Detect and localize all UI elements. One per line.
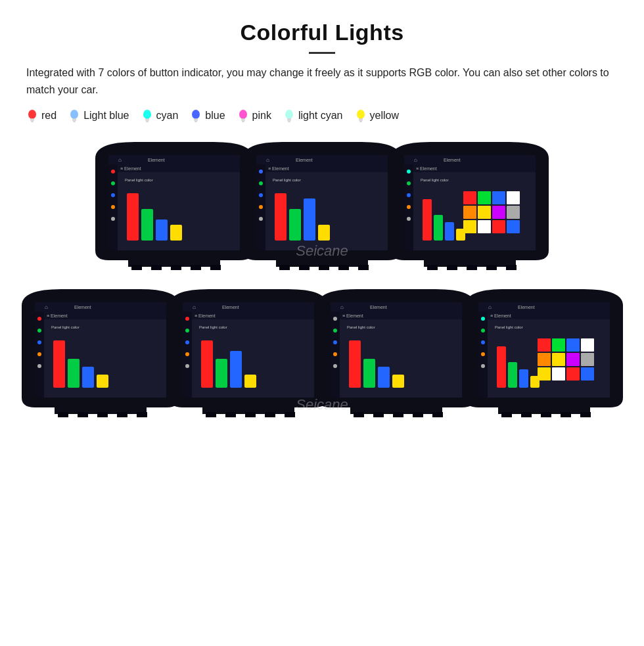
svg-point-73 [407, 181, 411, 185]
svg-point-108 [37, 329, 41, 333]
bulb-icon [355, 108, 367, 123]
svg-point-76 [407, 217, 411, 221]
svg-rect-170 [432, 412, 443, 417]
svg-rect-123 [117, 412, 127, 417]
color-label: yellow [370, 110, 399, 122]
svg-text:Element: Element [370, 305, 387, 310]
svg-rect-99 [467, 265, 477, 270]
svg-point-53 [259, 217, 263, 221]
svg-point-180 [481, 364, 485, 368]
svg-point-107 [37, 317, 41, 321]
svg-point-155 [333, 340, 337, 344]
svg-rect-82 [478, 191, 491, 204]
page-container: Colorful Lights Integrated with 7 colors… [0, 0, 644, 453]
color-item: blue [190, 108, 225, 123]
svg-point-111 [37, 364, 41, 368]
svg-point-12 [239, 110, 247, 119]
svg-rect-38 [170, 225, 182, 241]
svg-rect-84 [507, 191, 520, 204]
svg-rect-8 [146, 121, 149, 122]
color-list: red Light blue cyan blue pink light cyan… [26, 108, 618, 123]
svg-rect-121 [78, 412, 88, 417]
svg-text:Panel light color: Panel light color [495, 325, 523, 329]
svg-text:Panel light color: Panel light color [125, 178, 153, 182]
svg-rect-172 [478, 302, 610, 311]
svg-rect-190 [552, 353, 565, 366]
svg-text:Element: Element [444, 158, 461, 162]
svg-point-157 [333, 364, 337, 368]
svg-rect-37 [156, 219, 168, 241]
svg-rect-81 [463, 191, 476, 204]
svg-rect-10 [194, 118, 198, 121]
svg-point-50 [259, 181, 263, 185]
svg-rect-205 [580, 412, 591, 417]
svg-rect-126 [183, 302, 314, 311]
svg-point-26 [111, 170, 115, 173]
color-item: red [26, 108, 57, 123]
svg-rect-166 [354, 412, 364, 417]
svg-rect-188 [581, 338, 594, 352]
svg-text:⌂: ⌂ [266, 157, 269, 163]
svg-rect-59 [289, 209, 301, 241]
bulb-icon [237, 108, 249, 123]
color-label: light cyan [298, 110, 343, 122]
svg-point-75 [407, 205, 411, 209]
svg-text:⌂: ⌂ [193, 304, 196, 310]
svg-point-74 [407, 193, 411, 197]
svg-rect-167 [373, 412, 384, 417]
svg-point-49 [259, 170, 263, 173]
svg-rect-122 [97, 412, 108, 417]
color-label: pink [252, 110, 271, 122]
svg-rect-4 [72, 118, 76, 121]
svg-text:≡ Element: ≡ Element [416, 166, 437, 171]
svg-rect-91 [492, 220, 505, 233]
svg-point-156 [333, 352, 337, 356]
svg-rect-192 [581, 353, 594, 366]
svg-point-72 [407, 170, 411, 173]
title-section: Colorful Lights [26, 20, 618, 54]
svg-point-153 [333, 317, 337, 321]
svg-rect-66 [358, 265, 369, 270]
svg-point-176 [481, 317, 485, 321]
title-divider [309, 52, 335, 54]
unit-wrapper-top-3: ⌂Element≡ ElementPanel light color [378, 139, 562, 279]
svg-rect-85 [463, 206, 476, 219]
svg-rect-13 [241, 118, 245, 121]
svg-rect-41 [171, 265, 181, 270]
svg-point-29 [111, 205, 115, 209]
svg-rect-45 [256, 155, 388, 164]
units-grid-top: ⌂Element≡ ElementPanel light color⌂Eleme… [26, 139, 618, 279]
svg-rect-39 [131, 265, 142, 270]
color-label: blue [205, 110, 225, 122]
svg-rect-119 [97, 375, 108, 388]
svg-point-28 [111, 193, 115, 197]
svg-rect-65 [338, 265, 349, 270]
svg-rect-1 [30, 118, 34, 121]
bulb-icon [190, 108, 202, 123]
svg-rect-124 [137, 412, 147, 417]
svg-rect-116 [53, 340, 65, 388]
svg-rect-144 [225, 412, 236, 417]
svg-point-0 [28, 110, 36, 119]
svg-text:Element: Element [148, 158, 165, 162]
svg-text:Panel light color: Panel light color [51, 325, 80, 329]
svg-point-27 [111, 181, 115, 185]
svg-point-6 [143, 110, 151, 119]
svg-text:⌂: ⌂ [340, 304, 344, 310]
svg-rect-93 [423, 199, 432, 241]
color-item: pink [237, 108, 271, 123]
bulb-icon [283, 108, 295, 123]
svg-rect-165 [392, 375, 404, 388]
bulb-icon [141, 108, 153, 123]
svg-rect-14 [242, 121, 244, 122]
svg-text:Element: Element [222, 305, 239, 310]
svg-rect-92 [507, 220, 520, 233]
svg-text:Panel light color: Panel light color [421, 178, 449, 182]
svg-rect-17 [288, 121, 290, 122]
svg-text:≡ Element: ≡ Element [47, 313, 68, 318]
svg-point-9 [192, 110, 200, 119]
svg-rect-64 [319, 265, 329, 270]
svg-text:≡ Element: ≡ Element [342, 313, 363, 318]
svg-text:Panel light color: Panel light color [347, 325, 375, 329]
svg-rect-97 [427, 265, 438, 270]
